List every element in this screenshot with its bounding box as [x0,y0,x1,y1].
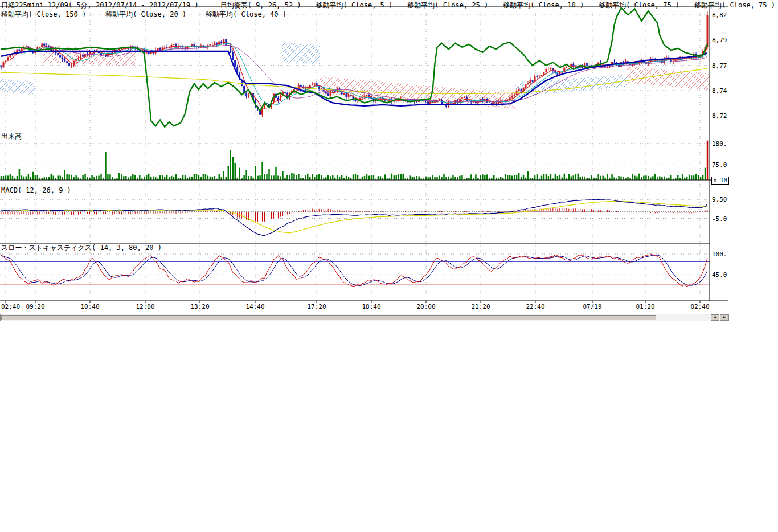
time-axis-label-7: 18:40 [362,303,380,310]
macd-pane-label: MACD( 12, 26, 9 ) [1,186,71,194]
macd-layer [0,199,710,236]
time-axis-label-6: 17:20 [307,303,326,310]
price-axis-label: 8,72 [712,112,727,120]
chart-window: 日経225mini 12/09( 5分, 2012/07/14 - 2012/0… [0,0,735,328]
macd-axis-label: 9.50 [712,196,727,203]
horizontal-scrollbar[interactable] [0,314,729,321]
chart-header-line1: 日経225mini 12/09( 5分, 2012/07/14 - 2012/0… [1,1,775,10]
left-arrow-icon: ◀ [714,315,716,320]
stoch-axis-label: 45.0 [712,271,727,279]
time-axis-label-13: 02:40 [690,303,709,310]
volume-layer [1,141,709,180]
macd-axis-label: -5.0 [712,215,727,223]
indicator-label-5: 移動平均( Close, 75 ) [599,1,679,10]
time-axis-label-1: 09:20 [26,303,44,310]
time-axis-label-0: 02:40 [1,303,20,310]
indicator-label-2: 移動平均( Close, 5 ) [316,1,393,10]
scrollbar-right-button[interactable]: ▶ [720,314,728,321]
stoch-pane-label: スロー・ストキャスティクス( 14, 3, 80, 20 ) [1,243,162,253]
price-axis-label: 8,77 [712,62,727,69]
scrollbar-left-button[interactable]: ◀ [711,314,719,321]
indicator-label-1: 一目均衡表( 9, 26, 52 ) [214,1,301,10]
volume-pane-label: 出来高 [1,132,22,141]
volume-scale-multiplier: × 10 [711,177,729,185]
time-axis-label-9: 21:20 [471,303,490,310]
price-axis-label: 8,79 [712,36,727,44]
stoch-axis-label: 100. [712,251,727,258]
chart-header-line2: 移動平均( Close, 150 )移動平均( Close, 20 )移動平均(… [1,10,286,19]
time-axis-label-4: 13:20 [190,303,209,310]
volume-axis-label: 180. [712,140,727,148]
price-axis-label: 8,82 [712,11,727,19]
screen: 日経225mini 12/09( 5分, 2012/07/14 - 2012/0… [0,0,778,532]
indicator-label-0: 移動平均( Close, 150 ) [1,10,86,19]
time-axis-label-8: 20:00 [416,303,435,310]
stochastics-layer [0,254,710,287]
right-arrow-icon: ▶ [723,315,725,320]
indicator-label-2: 移動平均( Close, 40 ) [206,10,286,19]
time-axis-label-5: 14:40 [245,303,264,310]
indicator-label-3: 移動平均( Close, 25 ) [407,1,488,10]
indicator-label-6: 移動平均( Close, 75 ) [694,1,775,10]
time-axis-label-12: 01:20 [636,303,654,310]
scrollbar-thumb[interactable] [1,315,656,320]
time-axis-label-11: 07/19 [583,303,601,310]
indicator-label-4: 移動平均( Close, 10 ) [503,1,584,10]
chart-plot-area[interactable] [0,0,735,312]
indicator-label-0: 日経225mini 12/09( 5分, 2012/07/14 - 2012/0… [1,1,199,10]
indicator-label-1: 移動平均( Close, 20 ) [105,10,186,19]
volume-axis-label: 75.0 [712,161,727,169]
time-axis-label-2: 10:40 [80,303,99,310]
time-axis-label-3: 12:00 [136,303,154,310]
time-axis-label-10: 22:40 [526,303,544,310]
moving-average-layer [1,8,707,127]
price-axis-label: 8,74 [712,87,727,95]
